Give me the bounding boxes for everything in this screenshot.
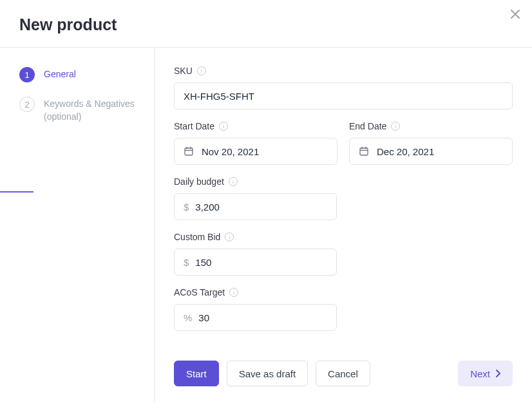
custom-bid-value[interactable] (195, 257, 330, 268)
step-label: Keywords & Negatives (optional) (44, 97, 135, 123)
dollar-icon: $ (184, 202, 189, 212)
sku-label: SKU i (174, 66, 513, 76)
svg-rect-0 (185, 148, 193, 155)
daily-budget-value[interactable] (195, 202, 330, 212)
info-icon[interactable]: i (219, 122, 228, 131)
start-date-label: Start Date i (174, 121, 337, 131)
page-title: New product (19, 15, 117, 34)
svg-rect-1 (360, 148, 368, 155)
next-button[interactable]: Next (458, 361, 513, 386)
chevron-right-icon (495, 370, 500, 377)
end-date-value[interactable] (377, 146, 506, 157)
info-icon[interactable]: i (391, 122, 400, 131)
step-keywords[interactable]: 2 Keywords & Negatives (optional) (19, 97, 135, 123)
percent-icon: % (184, 312, 192, 323)
daily-budget-label: Daily budget i (174, 176, 513, 187)
info-icon[interactable]: i (197, 66, 206, 75)
modal-header: New product (0, 0, 532, 48)
acos-target-label: ACoS Target i (174, 287, 513, 297)
form-footer: Start Save as draft Cancel Next (174, 348, 513, 386)
info-icon[interactable]: i (225, 232, 234, 241)
start-button[interactable]: Start (174, 361, 219, 386)
acos-target-input[interactable]: % (174, 304, 337, 331)
step-label: General (44, 67, 76, 81)
info-icon[interactable]: i (229, 177, 238, 186)
start-date-value[interactable] (202, 146, 330, 157)
step-number-badge: 2 (19, 97, 35, 112)
dollar-icon: $ (184, 257, 189, 268)
steps-sidebar: 1 General 2 Keywords & Negatives (option… (0, 48, 155, 402)
custom-bid-input[interactable]: $ (174, 249, 337, 276)
close-icon (510, 9, 520, 19)
start-date-input[interactable] (174, 138, 337, 165)
form-content: SKU i Start Date i (155, 48, 532, 402)
custom-bid-label: Custom Bid i (174, 232, 513, 242)
close-button[interactable] (510, 9, 520, 19)
acos-target-value[interactable] (198, 312, 330, 323)
end-date-label: End Date i (349, 121, 513, 131)
calendar-icon (359, 146, 369, 156)
save-draft-button[interactable]: Save as draft (227, 361, 308, 386)
calendar-icon (184, 146, 194, 156)
info-icon[interactable]: i (229, 288, 238, 297)
step-general[interactable]: 1 General (19, 67, 135, 82)
daily-budget-input[interactable]: $ (174, 193, 337, 220)
end-date-input[interactable] (349, 138, 513, 165)
step-number-badge: 1 (19, 67, 35, 82)
cancel-button[interactable]: Cancel (316, 361, 370, 386)
sku-input[interactable] (174, 82, 513, 109)
